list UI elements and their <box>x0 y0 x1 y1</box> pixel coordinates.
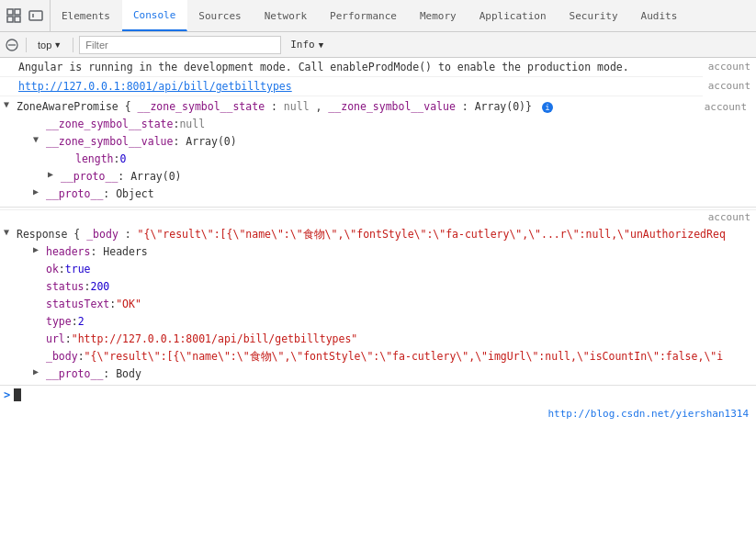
response-type: type : 2 <box>0 313 756 331</box>
tab-application[interactable]: Application <box>468 0 559 31</box>
info-icon[interactable]: i <box>542 102 553 113</box>
account-label-zone: account <box>705 99 752 115</box>
api-url-link[interactable]: http://127.0.0.1:8001/api/bill/getbillty… <box>0 77 703 96</box>
footer-url: http://blog.csdn.net/yiershan1314 <box>0 404 756 423</box>
level-dropdown-icon: ▼ <box>319 40 323 50</box>
response-tree: Response { _body : "{\"result\":[{\"name… <box>0 224 756 385</box>
account-label-2: account <box>703 77 756 96</box>
svg-rect-1 <box>15 9 20 15</box>
divider-1 <box>0 207 756 208</box>
svg-rect-2 <box>7 17 13 22</box>
tab-memory[interactable]: Memory <box>409 0 468 31</box>
separator-1 <box>26 38 27 52</box>
expand-response[interactable] <box>4 227 15 238</box>
svg-rect-3 <box>15 17 20 22</box>
api-url-row: http://127.0.0.1:8001/api/bill/getbillty… <box>0 77 756 96</box>
tab-audits[interactable]: Audits <box>630 0 690 31</box>
prompt-symbol: > <box>4 388 10 401</box>
account-label-3: account <box>703 210 756 224</box>
context-selector[interactable]: top ▼ <box>32 38 67 52</box>
expand-zone-promise[interactable] <box>4 99 15 110</box>
tab-console[interactable]: Console <box>122 0 187 31</box>
angular-msg-row: Angular is running in the development mo… <box>0 58 756 77</box>
expand-proto-array[interactable] <box>48 169 59 180</box>
account-label-1: account <box>703 58 756 76</box>
expand-zone-value[interactable] <box>33 134 44 145</box>
tab-security[interactable]: Security <box>559 0 630 31</box>
console-output: Angular is running in the development mo… <box>0 58 756 551</box>
response-headers[interactable]: headers : Headers <box>0 243 756 261</box>
expand-proto-body[interactable] <box>33 366 44 377</box>
response-root[interactable]: Response { _body : "{\"result\":[{\"name… <box>0 226 756 243</box>
response-proto[interactable]: __proto__ : Body <box>0 365 756 383</box>
response-url: url : "http://127.0.0.1:8001/api/bill/ge… <box>0 331 756 348</box>
tab-bar: Elements Console Sources Network Perform… <box>0 0 756 32</box>
zone-length-line: length : 0 <box>0 151 756 168</box>
zone-proto-array-line[interactable]: __proto__ : Array(0) <box>0 168 756 186</box>
response-status: status : 200 <box>0 278 756 296</box>
zone-promise-root[interactable]: ZoneAwarePromise { __zone_symbol__state … <box>0 98 756 116</box>
zone-proto-object-line[interactable]: __proto__ : Object <box>0 186 756 203</box>
clear-console-icon[interactable] <box>4 37 20 53</box>
devtools-icons <box>0 0 51 31</box>
tab-elements[interactable]: Elements <box>51 0 122 31</box>
separator-2 <box>73 38 73 52</box>
response-account-row: account <box>0 209 756 224</box>
expand-proto-object[interactable] <box>33 186 44 197</box>
response-status-text: statusText : "OK" <box>0 296 756 313</box>
angular-message: Angular is running in the development mo… <box>0 58 703 77</box>
tab-sources[interactable]: Sources <box>187 0 253 31</box>
zone-value-line[interactable]: __zone_symbol__value : Array(0) <box>0 133 756 151</box>
log-level-selector[interactable]: Info ▼ <box>285 37 329 52</box>
zone-promise-tree: ZoneAwarePromise { __zone_symbol__state … <box>0 96 756 205</box>
tab-performance[interactable]: Performance <box>319 0 409 31</box>
filter-input[interactable] <box>79 36 281 54</box>
response-ok: ok : true <box>0 261 756 278</box>
console-toolbar: top ▼ Info ▼ <box>0 32 756 58</box>
tab-network[interactable]: Network <box>254 0 319 31</box>
svg-rect-0 <box>7 9 13 15</box>
context-dropdown-icon: ▼ <box>53 40 62 50</box>
console-prompt[interactable]: > <box>0 385 756 404</box>
devtools-icon-1[interactable] <box>6 7 22 24</box>
response-body: _body : "{\"result\":[{\"name\":\"食物\",\… <box>0 348 756 365</box>
svg-rect-4 <box>29 11 42 20</box>
expand-headers[interactable] <box>33 244 44 255</box>
zone-state-line: __zone_symbol__state : null <box>0 116 756 133</box>
devtools-icon-2[interactable] <box>28 7 44 24</box>
prompt-cursor <box>14 388 21 401</box>
